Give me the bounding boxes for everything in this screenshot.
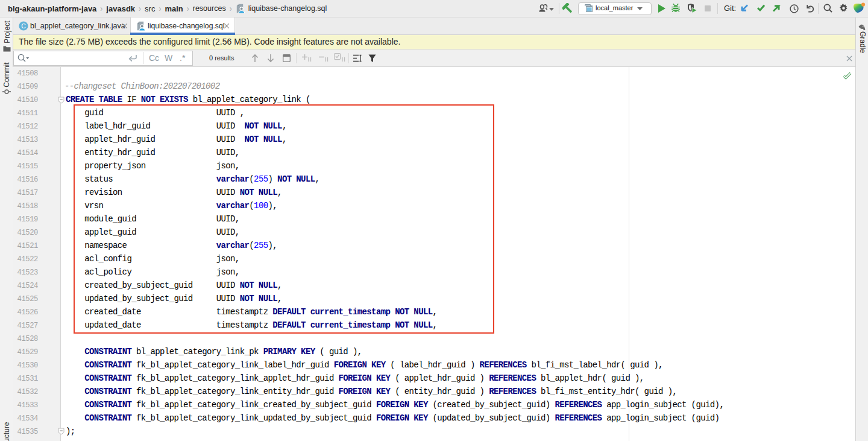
svg-text:C: C [21,22,26,30]
